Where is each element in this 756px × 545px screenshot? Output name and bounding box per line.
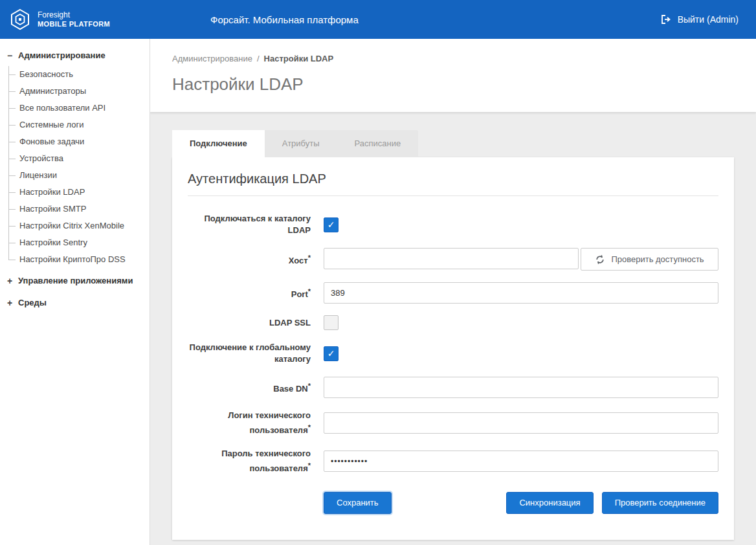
sidebar-section-app-management[interactable]: + Управление приложениями: [0, 269, 150, 291]
connect-ldap-checkbox[interactable]: ✓: [324, 217, 339, 232]
logout-button[interactable]: Выйти (Admin): [660, 14, 756, 25]
expand-icon[interactable]: +: [6, 277, 14, 285]
global-catalog-checkbox[interactable]: ✓: [324, 346, 339, 361]
sidebar-item-ldap-settings[interactable]: Настройки LDAP: [8, 184, 150, 201]
base-dn-input[interactable]: [324, 377, 718, 398]
breadcrumb: Администрирование / Настройки LDAP: [172, 54, 734, 63]
sidebar-section-label: Среды: [18, 298, 47, 307]
save-button[interactable]: Сохранить: [324, 492, 392, 514]
breadcrumb-separator: /: [257, 54, 260, 63]
check-availability-button[interactable]: Проверить доступность: [581, 248, 718, 271]
brand-product: MOBILE PLATFORM: [38, 19, 110, 28]
app-title: Форсайт. Мобильная платформа: [210, 0, 359, 39]
sidebar-section-label: Администрирование: [18, 50, 106, 60]
brand-name: Foresight: [38, 10, 110, 19]
sidebar-item-security[interactable]: Безопасность: [8, 66, 150, 83]
sidebar-item-api-users[interactable]: Все пользователи API: [8, 100, 150, 117]
app-header: Foresight MOBILE PLATFORM Форсайт. Мобил…: [0, 0, 756, 39]
connect-ldap-label: Подключаться к каталогу LDAP: [188, 213, 311, 236]
checkmark-icon: ✓: [328, 349, 335, 358]
host-label: Хост*: [188, 252, 311, 267]
logout-label: Выйти (Admin): [678, 14, 739, 25]
sidebar-item-sentry-settings[interactable]: Настройки Sentry: [8, 234, 150, 251]
tab-schedule[interactable]: Расписание: [337, 130, 419, 157]
sidebar-item-administrators[interactable]: Администраторы: [8, 83, 150, 100]
checkmark-icon: ✓: [328, 220, 335, 229]
form-row-base-dn: Base DN*: [188, 377, 718, 398]
port-input[interactable]: [324, 282, 718, 304]
tech-login-label: Логин технического пользователя*: [188, 410, 311, 436]
form-row-tech-login: Логин технического пользователя*: [188, 410, 718, 436]
base-dn-label: Base DN*: [188, 380, 311, 395]
breadcrumb-current: Настройки LDAP: [264, 54, 334, 63]
global-catalog-label: Подключение к глобальному каталогу: [188, 342, 311, 365]
brand-text: Foresight MOBILE PLATFORM: [38, 10, 110, 28]
page-head: Администрирование / Настройки LDAP Настр…: [150, 39, 756, 112]
expand-icon[interactable]: +: [6, 299, 14, 307]
sidebar-item-cryptopro-settings[interactable]: Настройки КриптоПро DSS: [8, 251, 150, 268]
brand: Foresight MOBILE PLATFORM: [0, 8, 110, 31]
ldap-ssl-label: LDAP SSL: [188, 317, 311, 329]
sidebar-item-smtp-settings[interactable]: Настройки SMTP: [8, 201, 150, 217]
port-label: Port*: [188, 285, 311, 300]
form-row-host: Хост*: [188, 248, 718, 271]
page-title: Настройки LDAP: [172, 74, 734, 95]
sidebar-section-administration[interactable]: − Администрирование: [0, 44, 150, 66]
required-asterisk: *: [308, 287, 311, 295]
sidebar-item-background-tasks[interactable]: Фоновые задачи: [8, 133, 150, 150]
main-area: Администрирование / Настройки LDAP Настр…: [150, 39, 756, 545]
content: Подключение Атрибуты Расписание Аутентиф…: [150, 112, 756, 540]
tab-attributes[interactable]: Атрибуты: [265, 130, 337, 157]
app-window: Foresight MOBILE PLATFORM Форсайт. Мобил…: [0, 0, 756, 545]
form-actions: Сохранить Синхронизация Проверить соедин…: [188, 492, 718, 514]
form-row-tech-password: Пароль технического пользователя*: [188, 448, 718, 474]
form-row-ldap-ssl: LDAP SSL ✓: [188, 315, 718, 330]
form-row-port: Port*: [188, 282, 718, 304]
tech-login-input[interactable]: [324, 412, 718, 434]
tech-password-label: Пароль технического пользователя*: [188, 448, 311, 474]
refresh-icon: [595, 254, 605, 265]
sidebar-item-citrix-settings[interactable]: Настройки Citrix XenMobile: [8, 217, 150, 234]
tab-bar: Подключение Атрибуты Расписание: [172, 130, 418, 157]
form-row-global-catalog: Подключение к глобальному каталогу ✓: [188, 342, 718, 365]
required-asterisk: *: [308, 382, 311, 390]
brand-logo-icon: [8, 8, 32, 31]
sidebar-section-environments[interactable]: + Среды: [0, 291, 150, 313]
sidebar: − Администрирование Безопасность Админис…: [0, 39, 150, 545]
form-row-connect-ldap: Подключаться к каталогу LDAP ✓: [188, 213, 718, 236]
required-asterisk: *: [308, 254, 311, 261]
sidebar-item-system-logs[interactable]: Системные логи: [8, 117, 150, 133]
sidebar-item-licenses[interactable]: Лицензии: [8, 167, 150, 184]
tech-password-input[interactable]: [324, 450, 718, 472]
sidebar-section-label: Управление приложениями: [18, 276, 133, 285]
sidebar-item-devices[interactable]: Устройства: [8, 150, 150, 167]
breadcrumb-parent[interactable]: Администрирование: [172, 54, 252, 63]
form-heading: Аутентификация LDAP: [188, 172, 718, 196]
required-asterisk: *: [308, 462, 311, 469]
required-asterisk: *: [308, 423, 311, 431]
sync-button[interactable]: Синхронизация: [506, 492, 593, 514]
tab-connection[interactable]: Подключение: [172, 130, 265, 157]
host-input[interactable]: [324, 248, 579, 269]
ldap-ssl-checkbox[interactable]: ✓: [324, 315, 339, 330]
ldap-auth-card: Аутентификация LDAP Подключаться к катал…: [172, 157, 734, 540]
sidebar-tree: Безопасность Администраторы Все пользова…: [8, 66, 150, 268]
logout-icon: [660, 14, 672, 25]
collapse-icon[interactable]: −: [6, 52, 14, 60]
test-connection-button[interactable]: Проверить соединение: [602, 492, 718, 514]
check-availability-label: Проверить доступность: [611, 254, 704, 264]
